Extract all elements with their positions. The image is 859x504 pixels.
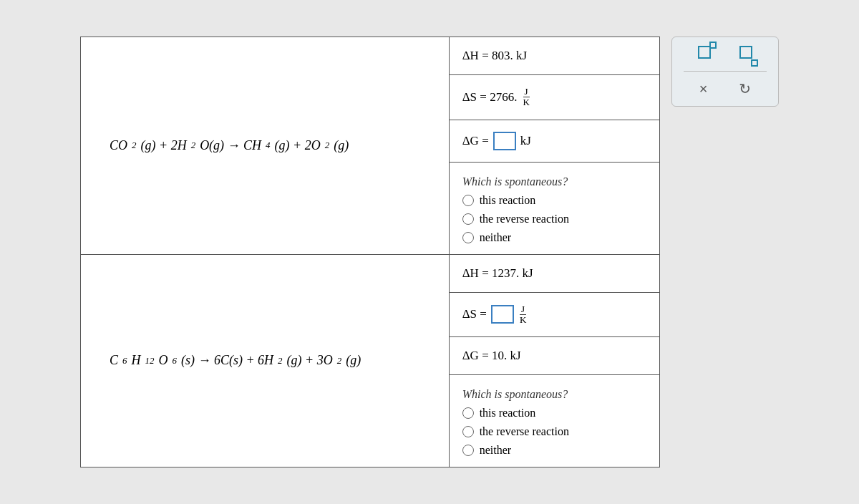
fraction-1: J K (521, 87, 530, 108)
radio-label-1a: this reaction (480, 194, 536, 207)
reaction-formula-2: C6 H12 O6 (s) → 6C(s) + 6H2 (g) + 3O2 (g… (110, 353, 420, 368)
radio-option-2c[interactable]: neither (462, 441, 646, 460)
spontaneous-section-1: Which is spontaneous? this reaction the … (450, 163, 659, 254)
radio-option-1c[interactable]: neither (462, 228, 646, 247)
fraction-denominator-1: K (521, 97, 530, 107)
radio-circle-2c[interactable] (462, 445, 474, 456)
delta-h-section-2: ΔH = 1237. kJ (450, 255, 659, 293)
spontaneous-question-1: Which is spontaneous? (462, 170, 646, 191)
superscript-icon (698, 46, 711, 62)
toolbar-divider (684, 71, 767, 72)
spontaneous-question-2: Which is spontaneous? (462, 382, 646, 404)
radio-circle-2a[interactable] (462, 407, 474, 419)
table-row: CO2 (g) + 2H2 O(g) → CH4 (g) + 2O2 (g) Δ… (81, 37, 660, 254)
delta-g-line-2: ΔG = 10. kJ (462, 344, 646, 367)
delta-g-line-1: ΔG = kJ (462, 127, 646, 155)
superscript-button[interactable] (698, 46, 711, 62)
toolbar-action-row: × ↺ (684, 80, 767, 97)
radio-circle-2b[interactable] (462, 426, 474, 437)
radio-label-2c: neither (480, 444, 511, 457)
radio-circle-1b[interactable] (462, 213, 474, 225)
delta-h-line-1: ΔH = 803. kJ (462, 44, 646, 67)
delta-s-input-2[interactable] (491, 305, 514, 324)
subscript-icon (739, 46, 752, 62)
data-cell-1: ΔH = 803. kJ ΔS = 2766. J K ΔG = (449, 37, 659, 254)
toolbar-panel: × ↺ (671, 37, 779, 107)
delta-s-line-2: ΔS = J K (462, 300, 646, 330)
table-row-2: C6 H12 O6 (s) → 6C(s) + 6H2 (g) + 3O2 (g… (81, 254, 660, 467)
radio-option-2a[interactable]: this reaction (462, 404, 646, 422)
spontaneous-section-2: Which is spontaneous? this reaction the … (450, 375, 659, 467)
reaction-cell-1: CO2 (g) + 2H2 O(g) → CH4 (g) + 2O2 (g) (81, 37, 450, 254)
reaction-formula-1: CO2 (g) + 2H2 O(g) → CH4 (g) + 2O2 (g) (110, 138, 420, 153)
radio-label-1b: the reverse reaction (480, 213, 569, 226)
delta-s-section-2: ΔS = J K (450, 293, 659, 338)
subscript-button[interactable] (739, 46, 752, 62)
delta-g-section-1: ΔG = kJ (450, 120, 659, 163)
fraction-2: J K (518, 304, 528, 326)
radio-label-1c: neither (480, 231, 511, 244)
close-button[interactable]: × (699, 81, 708, 97)
delta-h-section-1: ΔH = 803. kJ (450, 37, 659, 75)
radio-circle-1a[interactable] (462, 195, 474, 206)
data-cell-2: ΔH = 1237. kJ ΔS = J K ΔG (449, 254, 659, 467)
delta-h-text-1: ΔH = 803. kJ (462, 49, 527, 63)
delta-s-line-1: ΔS = 2766. J K (462, 82, 646, 112)
undo-button[interactable]: ↺ (739, 80, 751, 97)
delta-h-line-2: ΔH = 1237. kJ (462, 262, 646, 285)
radio-option-2b[interactable]: the reverse reaction (462, 422, 646, 441)
radio-label-2b: the reverse reaction (480, 425, 569, 438)
fraction-numerator-2: J (520, 304, 526, 315)
delta-g-section-2: ΔG = 10. kJ (450, 337, 659, 375)
radio-option-1a[interactable]: this reaction (462, 191, 646, 210)
delta-g-input-1[interactable] (493, 132, 516, 150)
delta-s-prefix-1: ΔS = 2766. (462, 90, 518, 105)
reaction-cell-2: C6 H12 O6 (s) → 6C(s) + 6H2 (g) + 3O2 (g… (81, 254, 450, 467)
page-wrapper: CO2 (g) + 2H2 O(g) → CH4 (g) + 2O2 (g) Δ… (80, 37, 779, 467)
delta-g-prefix-1: ΔG = (462, 134, 489, 148)
radio-option-1b[interactable]: the reverse reaction (462, 210, 646, 228)
delta-h-text-2: ΔH = 1237. kJ (462, 266, 533, 281)
undo-icon: ↺ (739, 80, 751, 97)
main-table: CO2 (g) + 2H2 O(g) → CH4 (g) + 2O2 (g) Δ… (80, 37, 660, 467)
delta-g-suffix-1: kJ (520, 134, 531, 148)
delta-s-section-1: ΔS = 2766. J K (450, 75, 659, 120)
radio-circle-1c[interactable] (462, 232, 474, 243)
delta-s-prefix-2: ΔS = (462, 307, 487, 321)
fraction-numerator-1: J (523, 87, 530, 97)
fraction-denominator-2: K (518, 315, 528, 325)
toolbar-icon-row (684, 46, 767, 62)
delta-g-text-2: ΔG = 10. kJ (462, 349, 521, 363)
radio-label-2a: this reaction (480, 407, 536, 420)
